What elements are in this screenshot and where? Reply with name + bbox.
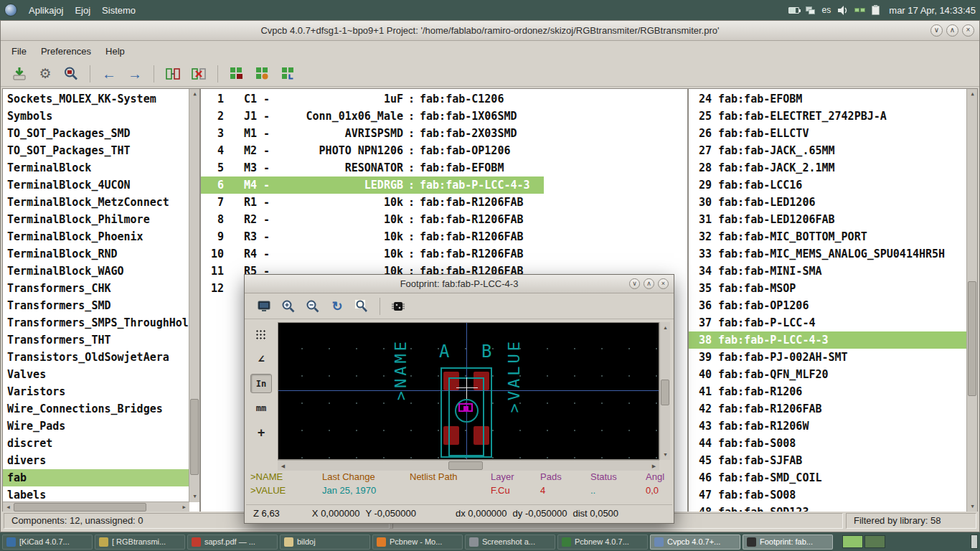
footprint-row[interactable]: 40 fab:fab-QFN_MLF20 xyxy=(689,366,977,383)
filter-library-button[interactable] xyxy=(277,63,300,85)
scroll-down-icon[interactable]: ▼ xyxy=(660,449,671,460)
footprint-row[interactable]: 24 fab:fab-EFOBM xyxy=(689,90,977,108)
network-icon[interactable] xyxy=(854,8,865,12)
viewer-close-button[interactable]: × xyxy=(658,278,669,289)
clipboard-icon[interactable] xyxy=(872,6,880,15)
menu-item[interactable]: Help xyxy=(99,43,131,60)
library-row[interactable]: TerminalBlock_MetzConnect xyxy=(3,194,199,211)
footprint-row[interactable]: 44 fab:fab-S008 xyxy=(689,435,977,452)
zoom-fit-button[interactable] xyxy=(351,296,372,316)
footprint-row[interactable]: 38 fab:fab-P-LCC-4-3 xyxy=(689,331,977,349)
component-row[interactable]: 4 M2 - PHOTO NPN1206 : fab:fab-OP1206 xyxy=(201,142,687,159)
next-unassigned-button[interactable]: → xyxy=(123,63,146,85)
scroll-thumb[interactable] xyxy=(661,380,669,405)
footprint-row[interactable]: 39 fab:fab-PJ-002AH-SMT xyxy=(689,349,977,366)
battery-icon[interactable] xyxy=(788,7,799,14)
footprint-row[interactable]: 29 fab:fab-LCC16 xyxy=(689,176,977,194)
library-row[interactable]: Varistors xyxy=(3,383,199,400)
footprint-row[interactable]: 26 fab:fab-ELLCTV xyxy=(689,125,977,142)
library-row[interactable]: Symbols xyxy=(3,108,199,125)
library-row[interactable]: TerminalBlock_Philmore xyxy=(3,211,199,228)
scroll-thumb[interactable] xyxy=(14,503,146,512)
component-row[interactable]: 5 M3 - RESONATOR : fab:fab-EFOBM xyxy=(201,159,687,176)
zoom-in-button[interactable] xyxy=(278,296,299,316)
view-footprint-button[interactable] xyxy=(60,63,83,85)
windows-tray-icon[interactable] xyxy=(806,6,816,14)
library-row[interactable]: TerminalBlock xyxy=(3,159,199,176)
task-item[interactable]: Pcbnew - Mo... xyxy=(372,534,463,550)
footprint-row[interactable]: 35 fab:fab-MSOP xyxy=(689,280,977,297)
footprint-row[interactable]: 30 fab:fab-LED1206 xyxy=(689,194,977,211)
component-row[interactable]: 8 R2 - 10k : fab:fab-R1206FAB xyxy=(201,211,687,228)
viewer-shade-button[interactable]: ∨ xyxy=(629,278,640,289)
task-item[interactable]: Footprint: fab... xyxy=(743,534,833,550)
scroll-down-icon[interactable]: ▼ xyxy=(189,491,200,502)
footprint-canvas[interactable]: >NAME >VALUE A B xyxy=(278,322,659,460)
scroll-thumb[interactable] xyxy=(968,281,976,396)
library-row[interactable]: Wire_Connections_Bridges xyxy=(3,400,199,418)
library-row[interactable]: TerminalBlock_RND xyxy=(3,245,199,263)
library-row[interactable]: TerminalBlock_WAGO xyxy=(3,263,199,280)
desktop-menu-item[interactable]: Ejoj xyxy=(69,2,96,19)
library-row[interactable]: Transformers_THT xyxy=(3,331,199,349)
component-row[interactable]: 3 M1 - AVRISPSMD : fab:fab-2X03SMD xyxy=(201,125,687,142)
library-vscrollbar[interactable]: ▲ ▼ xyxy=(189,89,199,502)
grid-toggle-button[interactable] xyxy=(250,325,272,344)
library-row[interactable]: Transformers_CHK xyxy=(3,280,199,297)
scroll-up-icon[interactable]: ▲ xyxy=(967,89,978,100)
footprint-row[interactable]: 32 fab:fab-MIC_BOTTOM_PORT xyxy=(689,228,977,245)
menu-item[interactable]: Preferences xyxy=(34,43,98,60)
scroll-thumb[interactable] xyxy=(190,399,199,475)
display-options-button[interactable] xyxy=(253,296,275,316)
viewer-maximize-button[interactable]: ∧ xyxy=(644,278,654,289)
component-row[interactable]: 10 R4 - 10k : fab:fab-R1206FAB xyxy=(201,245,687,263)
library-hscrollbar[interactable]: ◀ ▶ xyxy=(3,501,189,512)
menu-item[interactable]: File xyxy=(5,43,33,60)
task-item[interactable]: Pcbnew 4.0.7... xyxy=(557,534,648,550)
canvas-hscrollbar[interactable]: ◀ ▶ xyxy=(278,460,659,471)
library-row[interactable]: TO_SOT_Packages_THT xyxy=(3,142,199,159)
footprint-row[interactable]: 37 fab:fab-P-LCC-4 xyxy=(689,314,977,331)
filter-keyword-button[interactable] xyxy=(225,63,248,85)
desktop-menu-item[interactable]: Sistemo xyxy=(96,2,141,19)
auto-associate-button[interactable] xyxy=(161,63,184,85)
footprint-row[interactable]: 34 fab:fab-MINI-SMA xyxy=(689,263,977,280)
footprint-row[interactable]: 33 fab:fab-MIC_MEMS_ANALOG_SPU0414HR5H xyxy=(689,245,977,263)
delete-associations-button[interactable] xyxy=(187,63,210,85)
viewer-titlebar[interactable]: Footprint: fab:fab-P-LCC-4-3 ∨ ∧ × xyxy=(245,275,674,293)
redraw-button[interactable]: ↻ xyxy=(326,296,348,316)
workspace-1[interactable] xyxy=(842,535,863,548)
library-row[interactable]: Transistors_OldSowjetAera xyxy=(3,349,199,366)
component-row[interactable]: 7 R1 - 10k : fab:fab-R1206FAB xyxy=(201,194,687,211)
library-row[interactable]: Valves xyxy=(3,366,199,383)
canvas-vscrollbar[interactable]: ▲ ▼ xyxy=(659,322,670,460)
filter-pincount-button[interactable] xyxy=(251,63,274,85)
library-row[interactable]: TO_SOT_Packages_SMD xyxy=(3,125,199,142)
polar-coords-button[interactable]: ∠ xyxy=(250,349,272,369)
library-row[interactable]: Wire_Pads xyxy=(3,418,199,435)
library-config-button[interactable]: ⚙ xyxy=(34,63,57,85)
keyboard-layout-indicator[interactable]: es xyxy=(822,5,831,15)
window-titlebar[interactable]: Cvpcb 4.0.7+dfsg1-1~bpo9+1 Project: '/ho… xyxy=(1,21,979,41)
zoom-out-button[interactable] xyxy=(302,296,324,316)
footprint-row[interactable]: 45 fab:fab-SJFAB xyxy=(689,452,977,469)
save-netlist-button[interactable] xyxy=(8,63,31,85)
workspace-2[interactable] xyxy=(864,535,885,548)
clock[interactable]: mar 17 Apr, 14:33:45 xyxy=(889,5,976,16)
footprint-row[interactable]: 41 fab:fab-R1206 xyxy=(689,383,977,400)
task-item[interactable]: [KiCad 4.0.7... xyxy=(2,534,93,550)
library-row[interactable]: divers xyxy=(3,452,199,469)
component-row[interactable]: 2 J1 - Conn_01x06_Male : fab:fab-1X06SMD xyxy=(201,108,687,125)
view-3d-button[interactable] xyxy=(387,296,409,316)
scroll-down-icon[interactable]: ▼ xyxy=(967,501,978,512)
component-row[interactable]: 9 R3 - 10k : fab:fab-R1206FAB xyxy=(201,228,687,245)
task-item[interactable]: bildoj xyxy=(280,534,370,550)
task-item[interactable]: Cvpcb 4.0.7+... xyxy=(650,534,740,550)
library-row[interactable]: discret xyxy=(3,435,199,452)
library-row[interactable]: Transformers_SMD xyxy=(3,297,199,314)
footprint-row[interactable]: 47 fab:fab-SO08 xyxy=(689,486,977,504)
desktop-menu-item[interactable]: Aplikajoj xyxy=(23,2,69,19)
footprint-row[interactable]: 43 fab:fab-R1206W xyxy=(689,418,977,435)
library-row[interactable]: TerminalBlock_4UCON xyxy=(3,176,199,194)
applications-logo-icon[interactable] xyxy=(4,4,17,17)
